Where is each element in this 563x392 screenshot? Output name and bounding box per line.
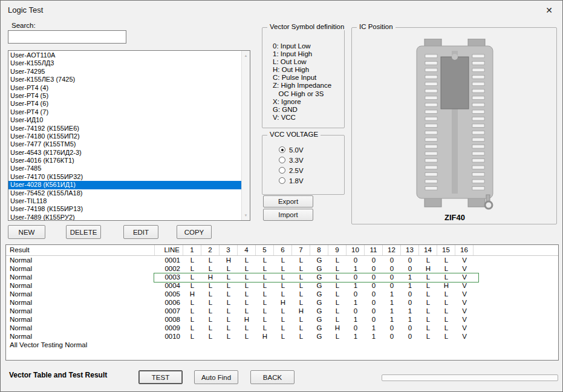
- vector-cell: L: [256, 264, 274, 273]
- vector-cell: L: [419, 315, 437, 324]
- device-list-item[interactable]: User-РТ4 (7): [8, 108, 241, 116]
- table-row[interactable]: Normal 0005 HLLLLLLGL0010LLV: [6, 290, 558, 298]
- table-row[interactable]: Normal 0003 LHLLLLLGL0001LLV: [6, 273, 558, 281]
- header-pin-number: 10: [347, 245, 365, 255]
- vector-cell: L: [238, 324, 256, 332]
- row-line: 0008: [155, 315, 183, 324]
- table-row[interactable]: Normal 0004 LLLLLLLGL1001LHV: [6, 281, 558, 290]
- new-button[interactable]: NEW: [8, 225, 45, 239]
- vcc-option[interactable]: 3.3V: [279, 156, 304, 164]
- header-pin-number: 6: [274, 245, 292, 255]
- device-list-item[interactable]: User-4543 (К176ИД2-3): [8, 149, 241, 157]
- device-list-item[interactable]: User-74295: [8, 68, 241, 76]
- device-list-item[interactable]: User-ИД10: [8, 116, 241, 124]
- zif-socket-label: ZIF40: [409, 213, 500, 222]
- vector-cell: L: [274, 324, 292, 332]
- table-row[interactable]: Normal 0007 LLLLLLHGL0011LLV: [6, 307, 558, 315]
- radio-icon: [279, 167, 285, 174]
- vector-cell: L: [256, 290, 274, 298]
- table-row[interactable]: Normal 0006 LLLLLHLGL1010LLV: [6, 298, 558, 307]
- vector-symbol-lines: 0: Input Low 1: Input High L: Out Low H:…: [273, 42, 331, 122]
- close-icon[interactable]: ✕: [541, 4, 557, 17]
- device-list-item[interactable]: User-4016 (К176КТ1): [8, 157, 241, 165]
- device-list-item[interactable]: User-74192 (К155ИЕ6): [8, 125, 241, 132]
- vector-cell: 1: [347, 281, 365, 290]
- vector-cell: 1: [401, 307, 419, 315]
- device-list-item[interactable]: User-К155ЛЕ3 (7425): [8, 76, 241, 83]
- vector-cell: L: [292, 264, 310, 273]
- vector-cell: H: [238, 315, 256, 324]
- vector-cell: L: [238, 256, 256, 264]
- back-button[interactable]: BACK: [250, 370, 295, 384]
- device-list-item[interactable]: User-РТ4 (4): [8, 84, 241, 92]
- test-button[interactable]: TEST: [138, 370, 183, 384]
- vector-cell: L: [437, 290, 455, 298]
- vector-cell: L: [274, 273, 292, 281]
- row-result: Normal: [6, 315, 155, 324]
- vector-cell: 0: [347, 307, 365, 315]
- delete-button[interactable]: DELETE: [66, 225, 101, 239]
- vector-cell: 0: [383, 332, 401, 341]
- device-list-item[interactable]: User-4028 (К561ИД1): [8, 181, 241, 189]
- header-pin-number: 16: [455, 245, 474, 255]
- export-button[interactable]: Export: [263, 195, 313, 207]
- edit-button[interactable]: EDIT: [123, 225, 158, 239]
- table-row[interactable]: Normal 0001 LLHLLLLGL0000LLV: [6, 256, 558, 264]
- table-row[interactable]: Normal 0002 LLLLLLLGL1000HLV: [6, 264, 558, 273]
- ic-position-groupbox: IC Position ZIF40: [351, 27, 557, 224]
- device-listbox: User-AOT110A User-К155ЛД3 User-74295 Use…: [8, 50, 250, 221]
- vector-cell: L: [183, 315, 201, 324]
- vector-cell: G: [310, 298, 328, 307]
- vector-cell: L: [256, 307, 274, 315]
- copy-button[interactable]: COPY: [177, 225, 212, 239]
- table-row[interactable]: Normal 0010 LLLLHLLGL1100LLV: [6, 332, 558, 341]
- vector-cell: L: [201, 256, 220, 264]
- list-scrollbar[interactable]: ▲ ▼: [241, 51, 250, 220]
- vector-cell: L: [220, 273, 238, 281]
- vector-cell: V: [455, 315, 474, 324]
- vector-symbol-line: G: GND: [273, 106, 331, 114]
- vector-cell: 0: [365, 256, 383, 264]
- vector-cell: 0: [365, 264, 383, 273]
- scroll-down-icon[interactable]: ▼: [242, 211, 250, 220]
- device-list-item[interactable]: User-74170 (К155ИР32): [8, 173, 241, 181]
- vector-cell: V: [455, 324, 474, 332]
- vector-cell: 0: [365, 281, 383, 290]
- device-list-item[interactable]: User-74180 (К155ИП2): [8, 132, 241, 140]
- vector-cell: 0: [383, 324, 401, 332]
- device-list-item[interactable]: User-7477 (К155ТМ5): [8, 140, 241, 148]
- vcc-option[interactable]: 5.0V: [279, 146, 304, 154]
- vector-cell: L: [328, 281, 347, 290]
- device-list-item[interactable]: User-74198 (К155ИР13): [8, 205, 241, 213]
- zif-socket-graphic: [409, 39, 500, 211]
- vector-cell: L: [201, 324, 220, 332]
- device-list-item[interactable]: User-7489 (К155РУ2): [8, 214, 241, 221]
- vector-cell: G: [310, 307, 328, 315]
- footer-status: Vector Table and Test Result: [9, 371, 107, 379]
- import-button[interactable]: Import: [263, 209, 313, 221]
- scroll-up-icon[interactable]: ▲: [242, 51, 250, 60]
- logic-test-dialog: Logic Test ✕ Search: User-AOT110A User-К…: [0, 0, 563, 392]
- auto-find-button[interactable]: Auto Find: [194, 370, 238, 384]
- vcc-option[interactable]: 2.5V: [279, 166, 304, 174]
- vcc-option[interactable]: 1.8V: [279, 177, 304, 185]
- table-row[interactable]: Normal 0008 LLLHLLLGL1011LLV: [6, 315, 558, 324]
- search-input[interactable]: [8, 30, 126, 44]
- device-list-item[interactable]: User-75452 (К155ЛА18): [8, 189, 241, 197]
- device-list-item[interactable]: User-РТ4 (5): [8, 92, 241, 100]
- vector-cell: G: [310, 324, 328, 332]
- device-list-item[interactable]: User-AOT110A: [8, 51, 241, 59]
- vector-cell: H: [437, 281, 455, 290]
- table-row[interactable]: Normal 0009 LLLLLLLGH0100LLV: [6, 324, 558, 332]
- table-row[interactable]: All Vector Testing Normal: [6, 341, 558, 349]
- vcc-option-label: 1.8V: [289, 177, 304, 185]
- row-line: 0009: [155, 324, 183, 332]
- row-cells: LLLHLLLGL1011LLV: [183, 315, 474, 324]
- vector-cell: 0: [347, 273, 365, 281]
- device-list-item[interactable]: User-К155ЛД3: [8, 59, 241, 67]
- device-list-item[interactable]: User-РТ4 (6): [8, 100, 241, 108]
- device-list-item[interactable]: User-TIL118: [8, 197, 241, 205]
- device-list-item[interactable]: User-7485: [8, 165, 241, 172]
- vector-cell: L: [437, 256, 455, 264]
- row-cells: LHLLLLLGL0001LLV: [183, 273, 474, 281]
